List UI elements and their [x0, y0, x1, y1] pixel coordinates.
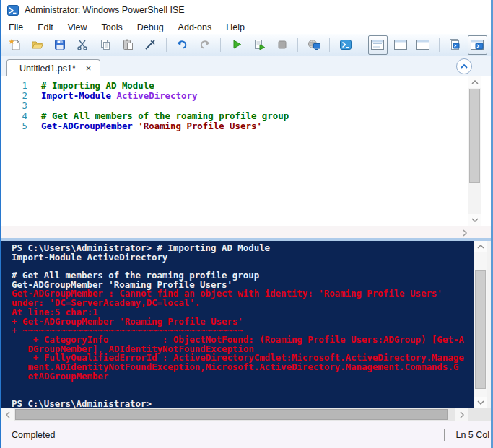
console-pane[interactable]: PS C:\Users\Administrator> # Importing A…	[1, 241, 491, 408]
show-console-pane-button[interactable]	[468, 35, 487, 55]
tab-close-icon[interactable]: ×	[86, 63, 92, 73]
script-pane-top-icon	[370, 39, 385, 50]
copy-button[interactable]	[95, 35, 115, 55]
code-text: # Get All members of the roaming profile…	[41, 111, 289, 121]
scrollbar-thumb[interactable]	[15, 409, 448, 420]
toolbar-separator	[362, 38, 362, 52]
save-button[interactable]	[51, 35, 70, 55]
line-number: 5	[1, 121, 27, 131]
script-editor-pane[interactable]: 1# Importing AD Module2Import-Module Act…	[1, 76, 491, 226]
line-number: 3	[1, 101, 27, 111]
code-line: 4# Get All members of the roaming profil…	[1, 111, 491, 121]
show-script-pane-maximized-button[interactable]	[413, 35, 432, 55]
code-line: 2Import-Module ActiveDirectory	[1, 91, 491, 101]
console-output: PS C:\Users\Administrator> # Importing A…	[1, 241, 491, 408]
menu-file[interactable]: File	[1, 22, 30, 33]
scroll-up-arrow[interactable]	[468, 76, 481, 88]
cut-button[interactable]	[73, 35, 92, 55]
menu-view[interactable]: View	[61, 22, 95, 33]
script-pane-maximized-icon	[416, 39, 430, 50]
code-text: # Importing AD Module	[41, 81, 154, 91]
powershell-exe-icon	[339, 38, 352, 51]
scroll-up-arrow[interactable]	[474, 241, 487, 252]
scroll-left-arrow[interactable]	[1, 408, 14, 421]
toolbar-separator	[297, 38, 298, 52]
clear-console-button[interactable]	[141, 35, 160, 55]
cut-icon	[76, 38, 89, 51]
menu-edit[interactable]: Edit	[30, 22, 61, 33]
menu-bar: File Edit View Tools Debug Add-ons Help	[1, 20, 491, 34]
new-powershell-tab-button[interactable]	[445, 35, 465, 55]
editor-vertical-scrollbar[interactable]	[468, 76, 481, 226]
scroll-right-arrow[interactable]	[455, 408, 468, 421]
redo-button[interactable]	[195, 35, 214, 55]
menu-help[interactable]: Help	[219, 22, 252, 33]
editor-horizontal-scrollbar[interactable]	[1, 226, 491, 238]
status-position: Ln 5 Col	[444, 429, 489, 441]
show-script-pane-top-button[interactable]	[368, 35, 388, 55]
run-script-icon	[230, 38, 243, 51]
script-tab-bar: Untitled1.ps1* ×	[1, 56, 491, 76]
status-bar: Completed Ln 5 Col	[1, 421, 491, 448]
toolbar-separator	[166, 38, 167, 52]
menu-add-ons[interactable]: Add-ons	[171, 22, 219, 33]
console-line: Import-Module ActiveDirectory	[12, 253, 491, 263]
code-text: Get-ADGroupMember 'Roaming Profile Users…	[41, 121, 262, 131]
toolbar-separator	[439, 38, 440, 52]
code-line: 3	[1, 101, 491, 111]
scroll-right-arrow[interactable]	[462, 227, 468, 240]
scrollbar-thumb[interactable]	[469, 89, 480, 183]
powershell-ise-window: Administrator: Windows PowerShell ISE Fi…	[0, 0, 493, 448]
redo-icon	[198, 38, 211, 51]
clear-console-icon	[144, 38, 157, 51]
scroll-down-arrow[interactable]	[474, 397, 487, 408]
run-script-button[interactable]	[227, 35, 246, 55]
status-message: Completed	[12, 430, 55, 440]
line-number: 1	[1, 81, 27, 91]
console-edge-strip	[487, 241, 491, 408]
toolbar	[1, 34, 491, 56]
editor-lines: 1# Importing AD Module2Import-Module Act…	[1, 76, 491, 131]
menu-debug[interactable]: Debug	[130, 22, 171, 33]
tab-untitled1[interactable]: Untitled1.ps1* ×	[6, 59, 100, 76]
powershell-tab-icon	[448, 38, 462, 51]
console-pane-icon	[470, 39, 484, 50]
console-line: PS C:\Users\Administrator>	[12, 400, 491, 408]
chevron-up-icon	[460, 63, 468, 69]
undo-button[interactable]	[173, 35, 192, 55]
open-button[interactable]	[27, 35, 47, 55]
code-line: 5Get-ADGroupMember 'Roaming Profile User…	[1, 121, 491, 131]
script-pane-right-icon	[393, 39, 408, 50]
paste-button[interactable]	[118, 35, 137, 55]
console-vertical-scrollbar[interactable]	[474, 241, 487, 408]
title-bar: Administrator: Windows PowerShell ISE	[1, 0, 491, 20]
new-file-button[interactable]	[5, 35, 25, 55]
stop-button[interactable]	[272, 35, 292, 55]
stop-icon	[276, 38, 289, 51]
new-file-icon	[9, 38, 22, 51]
window-title: Administrator: Windows PowerShell ISE	[25, 5, 185, 15]
start-powershell-exe-button[interactable]	[336, 35, 355, 55]
save-icon	[53, 38, 66, 51]
run-selection-icon	[253, 38, 266, 51]
open-folder-icon	[31, 38, 44, 51]
new-remote-powershell-tab-button[interactable]	[304, 35, 323, 55]
code-text: Import-Module ActiveDirectory	[41, 91, 197, 101]
powershell-app-icon	[7, 5, 19, 16]
show-script-pane-right-button[interactable]	[391, 35, 410, 55]
line-column-indicator: Ln 5 Col	[455, 430, 489, 440]
collapse-script-pane-button[interactable]	[456, 58, 472, 74]
scrollbar-thumb[interactable]	[475, 270, 486, 389]
line-number: 2	[1, 91, 27, 101]
toolbar-separator	[329, 38, 330, 52]
run-selection-button[interactable]	[250, 35, 269, 55]
remote-powershell-tab-icon	[307, 38, 321, 51]
copy-icon	[99, 38, 112, 51]
menu-tools[interactable]: Tools	[95, 22, 130, 33]
line-number: 4	[1, 111, 27, 121]
toolbar-separator	[220, 38, 221, 52]
paste-icon	[121, 38, 134, 51]
scroll-down-arrow[interactable]	[468, 214, 481, 226]
undo-icon	[175, 38, 188, 51]
console-horizontal-scrollbar[interactable]	[1, 408, 491, 421]
